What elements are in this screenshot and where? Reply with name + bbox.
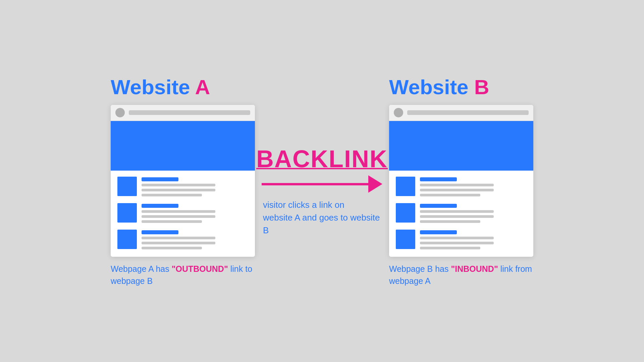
main-container: Website A xyxy=(0,0,644,362)
website-a-caption: Webpage A has "OUTBOUND" link to webpage… xyxy=(111,263,255,287)
website-b-title-letter: B xyxy=(474,75,489,99)
website-b-thumb-1 xyxy=(396,177,415,196)
website-b-line-1a xyxy=(420,184,494,186)
website-a-line-1a xyxy=(142,184,215,186)
arrow-line xyxy=(262,183,368,185)
website-b-thumb-2 xyxy=(396,203,415,223)
website-b-item-3 xyxy=(396,230,527,249)
website-b-dot xyxy=(394,108,403,117)
website-a-caption-normal: Webpage A has xyxy=(111,264,172,274)
website-a-thumb-2 xyxy=(117,203,137,223)
website-b-hero xyxy=(389,121,533,171)
website-a-item-3 xyxy=(117,230,248,249)
website-b-line-1b xyxy=(420,189,494,191)
website-a-lines-1 xyxy=(142,177,215,196)
description-line2: website A and goes to website B xyxy=(263,213,380,235)
website-b-line-3b xyxy=(420,242,494,244)
website-b-line-2b xyxy=(420,215,494,218)
website-a-browser xyxy=(111,105,255,257)
middle-section: BACKLINK visitor clicks a link on websit… xyxy=(262,145,382,237)
website-b-line-3a xyxy=(420,237,494,239)
website-a-item-1 xyxy=(117,177,248,196)
website-b-line-3c xyxy=(420,247,480,249)
website-b-lines-1 xyxy=(420,177,494,196)
website-b-line-2a xyxy=(420,210,494,213)
website-a-line-3c xyxy=(142,247,202,249)
website-a-lines-2 xyxy=(142,203,215,223)
website-a-hero xyxy=(111,121,255,171)
website-b-address xyxy=(407,110,529,115)
website-b-title-main: Website xyxy=(389,75,474,99)
description-line1: visitor clicks a link on xyxy=(263,200,344,210)
website-a-address xyxy=(129,110,250,115)
website-a-toolbar xyxy=(111,105,255,121)
website-b-content xyxy=(389,171,533,257)
website-a-line-2c xyxy=(142,220,202,223)
website-b-browser xyxy=(389,105,533,257)
website-b-toolbar xyxy=(389,105,533,121)
website-a-line-1b xyxy=(142,189,215,191)
website-b-item-2 xyxy=(396,203,527,223)
website-a-lines-3 xyxy=(142,230,215,249)
website-b-caption: Webpage B has "INBOUND" link from webpag… xyxy=(389,263,533,287)
website-b-title-bar-3 xyxy=(420,230,457,234)
website-a-line-2a xyxy=(142,210,215,213)
website-b-caption-normal: Webpage B has xyxy=(389,264,451,274)
website-a-title-letter: A xyxy=(195,75,210,99)
website-b-lines-2 xyxy=(420,203,494,223)
website-a-content xyxy=(111,171,255,257)
website-b-item-1 xyxy=(396,177,527,196)
website-a-thumb-1 xyxy=(117,177,137,196)
website-a-line-1c xyxy=(142,194,202,196)
website-b-line-1c xyxy=(420,194,480,196)
website-a-line-3b xyxy=(142,242,215,244)
website-a-title-bar-3 xyxy=(142,230,178,234)
website-b-lines-3 xyxy=(420,230,494,249)
website-a-dot xyxy=(115,108,125,117)
website-a-line-2b xyxy=(142,215,215,218)
website-b-section: Website B xyxy=(389,75,533,287)
website-b-line-2c xyxy=(420,220,480,223)
website-a-line-3a xyxy=(142,237,215,239)
website-a-title-bar-1 xyxy=(142,177,178,181)
website-b-title-bar-2 xyxy=(420,204,457,208)
website-a-section: Website A xyxy=(111,75,255,287)
website-a-thumb-3 xyxy=(117,230,137,249)
website-a-title-main: Website xyxy=(111,75,195,99)
website-a-caption-highlight: "OUTBOUND" xyxy=(172,264,228,274)
website-a-title-bar-2 xyxy=(142,204,178,208)
arrow-row xyxy=(262,175,382,193)
website-a-title: Website A xyxy=(111,75,210,99)
content-row: Website A xyxy=(0,75,644,287)
website-b-thumb-3 xyxy=(396,230,415,249)
backlink-label: BACKLINK xyxy=(256,145,388,173)
website-b-title-bar-1 xyxy=(420,177,457,181)
arrow-head xyxy=(368,175,382,193)
website-a-item-2 xyxy=(117,203,248,223)
website-b-caption-highlight: "INBOUND" xyxy=(451,264,498,274)
website-b-title: Website B xyxy=(389,75,489,99)
description-text: visitor clicks a link on website A and g… xyxy=(262,199,382,237)
